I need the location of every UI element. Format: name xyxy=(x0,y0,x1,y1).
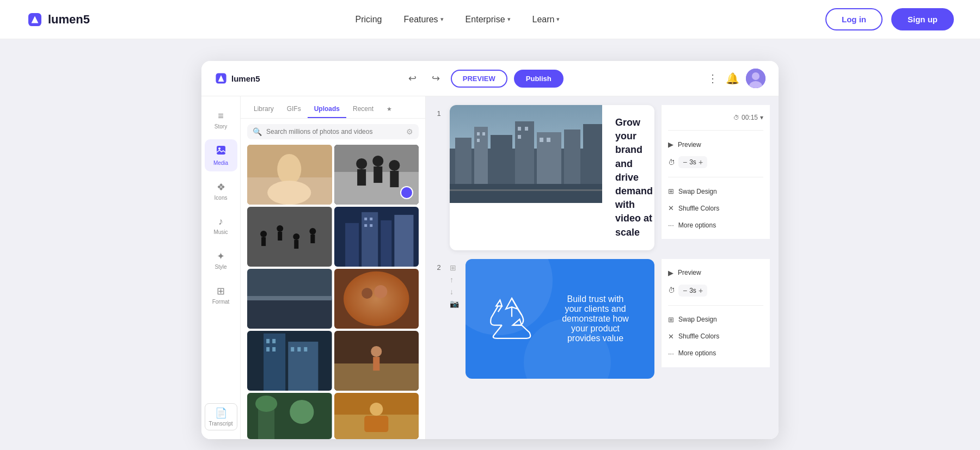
scene-move-down-icon[interactable]: ↓ xyxy=(450,287,459,296)
scene-camera-icon[interactable]: 📷 xyxy=(450,299,459,308)
publish-button[interactable]: Publish xyxy=(514,70,564,88)
nav-links: Pricing Features ▾ Enterprise ▾ Learn ▾ xyxy=(356,15,560,24)
tool-icons[interactable]: ❖ Icons xyxy=(205,176,237,206)
nav-pricing[interactable]: Pricing xyxy=(356,15,382,24)
timer-icon: ⏱ xyxy=(668,158,675,167)
svg-rect-82 xyxy=(518,135,521,139)
user-avatar[interactable] xyxy=(746,69,765,88)
svg-point-63 xyxy=(290,400,314,424)
tab-recent[interactable]: Recent xyxy=(346,101,380,118)
svg-rect-36 xyxy=(370,218,372,220)
more-options-button[interactable]: ⋮ xyxy=(707,72,719,85)
logo[interactable]: lumen5 xyxy=(26,11,90,28)
media-item[interactable] xyxy=(334,269,419,329)
more-options-action-2[interactable]: ··· More options xyxy=(668,348,763,359)
scene-move-up-icon[interactable]: ↑ xyxy=(450,275,459,284)
svg-point-28 xyxy=(309,228,316,235)
svg-point-43 xyxy=(344,272,409,326)
svg-rect-31 xyxy=(345,223,359,267)
tab-uploads[interactable]: Uploads xyxy=(308,101,346,118)
app-header-controls: ↩ ↪ PREVIEW Publish xyxy=(404,70,564,88)
time-control-2[interactable]: − 3s + xyxy=(678,285,707,297)
swap-icon: ⊞ xyxy=(668,187,674,195)
filter-icon[interactable]: ⚙ xyxy=(406,127,413,136)
svg-rect-53 xyxy=(291,347,294,352)
shuffle-icon: ✕ xyxy=(668,204,674,212)
app-header: lumen5 ↩ ↪ PREVIEW Publish ⋮ 🔔 xyxy=(201,61,779,96)
svg-rect-40 xyxy=(247,299,332,329)
undo-button[interactable]: ↩ xyxy=(404,70,421,87)
tool-media[interactable]: Media xyxy=(205,139,237,171)
scene-add-icon[interactable]: ⊞ xyxy=(450,263,459,272)
clock-icon: ⏱ xyxy=(733,114,739,121)
scene-2-card-wrap: Build trust with your clients and demons… xyxy=(465,259,654,379)
svg-rect-25 xyxy=(278,232,282,241)
svg-rect-49 xyxy=(266,339,270,343)
svg-point-62 xyxy=(255,396,277,412)
media-item[interactable] xyxy=(247,207,332,267)
media-search-bar: 🔍 ⚙ xyxy=(247,124,419,139)
nav-enterprise[interactable]: Enterprise ▾ xyxy=(465,15,511,24)
tab-gifs[interactable]: GIFs xyxy=(280,101,308,118)
more-dots-icon-2: ··· xyxy=(668,349,674,357)
app-logo-icon xyxy=(215,72,228,85)
svg-rect-54 xyxy=(297,347,301,352)
tool-format[interactable]: ⊞ Format xyxy=(205,280,237,310)
svg-rect-37 xyxy=(364,224,367,227)
style-icon: ✦ xyxy=(217,250,225,262)
login-button[interactable]: Log in xyxy=(825,8,883,30)
duration-control-2: ⏱ − 3s + xyxy=(668,285,763,297)
svg-rect-85 xyxy=(450,184,602,203)
swap-design-action[interactable]: ⊞ Swap Design xyxy=(668,186,763,196)
decrease-time-2[interactable]: − xyxy=(683,286,687,295)
tab-favorites[interactable]: ★ xyxy=(380,101,399,118)
svg-rect-77 xyxy=(477,132,480,135)
svg-rect-35 xyxy=(364,218,367,220)
duration-control: ⏱ − 3s + xyxy=(668,156,763,168)
scene-1-card: Grow your brand and drive demand with vi… xyxy=(450,105,654,250)
shuffle-colors-action-2[interactable]: ✕ Shuffle Colors xyxy=(668,331,763,342)
swap-design-action-2[interactable]: ⊞ Swap Design xyxy=(668,315,763,325)
nav-learn[interactable]: Learn ▾ xyxy=(532,15,560,24)
media-item[interactable] xyxy=(334,207,419,267)
notification-icon[interactable]: 🔔 xyxy=(726,72,739,85)
decrease-time[interactable]: − xyxy=(683,158,687,167)
icons-icon: ❖ xyxy=(217,181,225,193)
svg-rect-23 xyxy=(261,237,266,246)
canvas-area: 1 xyxy=(426,96,779,439)
media-item[interactable] xyxy=(334,145,419,205)
more-options-action[interactable]: ··· More options xyxy=(668,220,763,230)
tool-style[interactable]: ✦ Style xyxy=(205,245,237,275)
media-item[interactable] xyxy=(247,145,332,205)
media-item[interactable] xyxy=(247,331,332,391)
svg-point-19 xyxy=(389,160,400,171)
tool-music[interactable]: ♪ Music xyxy=(205,211,237,241)
redo-button[interactable]: ↪ xyxy=(427,70,444,87)
time-control[interactable]: − 3s + xyxy=(678,156,707,168)
media-item[interactable] xyxy=(334,393,419,439)
preview-action[interactable]: ▶ Preview xyxy=(668,139,763,150)
search-input[interactable] xyxy=(266,128,402,135)
shuffle-colors-action[interactable]: ✕ Shuffle Colors xyxy=(668,203,763,213)
svg-rect-34 xyxy=(394,215,413,267)
scene-1-number: 1 xyxy=(434,109,443,118)
media-item[interactable] xyxy=(247,269,332,329)
preview-action-2[interactable]: ▶ Preview xyxy=(668,268,763,278)
app-header-right: ⋮ 🔔 xyxy=(707,69,765,88)
svg-rect-16 xyxy=(357,169,366,186)
scene-1-headline: Grow your brand and drive demand with vi… xyxy=(615,116,653,239)
svg-rect-38 xyxy=(370,224,372,227)
preview-button[interactable]: PREVIEW xyxy=(451,70,507,88)
tab-library[interactable]: Library xyxy=(247,101,280,118)
svg-rect-33 xyxy=(381,220,391,267)
media-item[interactable] xyxy=(334,331,419,391)
media-item[interactable] xyxy=(247,393,332,439)
svg-point-45 xyxy=(374,285,387,298)
svg-rect-41 xyxy=(247,296,332,300)
increase-time-2[interactable]: + xyxy=(699,286,703,295)
increase-time[interactable]: + xyxy=(699,158,703,167)
tool-story[interactable]: ≡ Story xyxy=(205,105,237,135)
signup-button[interactable]: Sign up xyxy=(891,8,954,30)
nav-features[interactable]: Features ▾ xyxy=(403,15,443,24)
tool-transcript[interactable]: 📄 Transcript xyxy=(205,403,237,430)
